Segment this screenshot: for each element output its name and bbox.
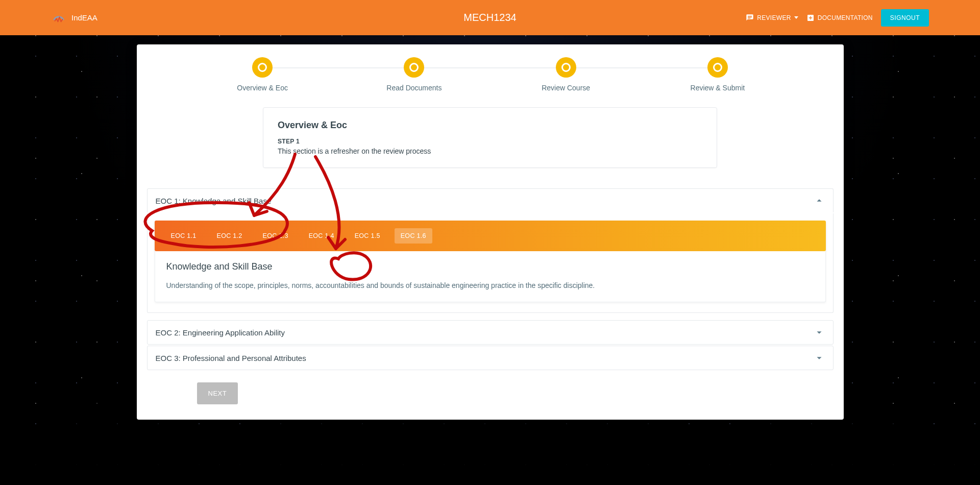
accordion-header-eoc-1[interactable]: EOC 1: Knowledge and Skill Base bbox=[147, 188, 834, 212]
app-header: IndEAA MECH1234 REVIEWER DOCUMENTATION S… bbox=[0, 0, 980, 35]
brand-name: IndEAA bbox=[71, 13, 97, 22]
overview-title: Overview & Eoc bbox=[278, 120, 702, 131]
chevron-down-icon bbox=[794, 16, 798, 19]
accordion-body-eoc-1: EOC 1.1 EOC 1.2 EOC 1.3 EOC 1.4 EOC 1.5 … bbox=[147, 213, 834, 313]
accordion-title: EOC 3: Professional and Personal Attribu… bbox=[156, 354, 306, 362]
step-overview[interactable]: Overview & Eoc bbox=[187, 57, 338, 92]
review-icon bbox=[746, 14, 754, 22]
reviewer-label: REVIEWER bbox=[757, 14, 791, 21]
tab-eoc-1-5[interactable]: EOC 1.5 bbox=[349, 228, 386, 244]
overview-step-label: STEP 1 bbox=[278, 138, 702, 145]
eoc-content-title: Knowledge and Skill Base bbox=[166, 261, 814, 272]
documentation-label: DOCUMENTATION bbox=[818, 14, 873, 21]
eoc-tabs: EOC 1.1 EOC 1.2 EOC 1.3 EOC 1.4 EOC 1.5 … bbox=[155, 221, 826, 251]
chevron-down-icon bbox=[814, 327, 825, 338]
accordion-header-eoc-3[interactable]: EOC 3: Professional and Personal Attribu… bbox=[147, 346, 834, 370]
header-right: REVIEWER DOCUMENTATION SIGNOUT bbox=[746, 9, 929, 27]
step-review-submit[interactable]: Review & Submit bbox=[642, 57, 793, 92]
chevron-down-icon bbox=[814, 352, 825, 363]
page-title: MECH1234 bbox=[463, 12, 516, 23]
accordion-title: EOC 2: Engineering Application Ability bbox=[156, 328, 285, 337]
eoc-content-description: Understanding of the scope, principles, … bbox=[166, 281, 814, 289]
accordion-eoc-2: EOC 2: Engineering Application Ability bbox=[147, 320, 834, 345]
next-button[interactable]: NEXT bbox=[197, 382, 238, 404]
eoc-content: Knowledge and Skill Base Understanding o… bbox=[155, 251, 826, 302]
stepper: Overview & Eoc Read Documents Review Cou… bbox=[187, 57, 794, 92]
chevron-up-icon bbox=[814, 195, 825, 206]
plus-box-icon bbox=[806, 14, 815, 22]
step-review-course[interactable]: Review Course bbox=[490, 57, 642, 92]
logo-icon bbox=[51, 10, 66, 26]
tab-eoc-1-2[interactable]: EOC 1.2 bbox=[211, 228, 249, 244]
brand[interactable]: IndEAA bbox=[51, 10, 97, 26]
accordion-header-eoc-2[interactable]: EOC 2: Engineering Application Ability bbox=[147, 320, 834, 345]
overview-box: Overview & Eoc STEP 1 This section is a … bbox=[263, 107, 717, 168]
reviewer-menu[interactable]: REVIEWER bbox=[746, 14, 798, 22]
tab-eoc-1-1[interactable]: EOC 1.1 bbox=[165, 228, 203, 244]
signout-button[interactable]: SIGNOUT bbox=[881, 9, 929, 27]
overview-description: This section is a refresher on the revie… bbox=[278, 147, 702, 155]
documentation-link[interactable]: DOCUMENTATION bbox=[806, 14, 873, 22]
step-circle-icon bbox=[707, 57, 728, 78]
step-circle-icon bbox=[556, 57, 576, 78]
accordion-eoc-3: EOC 3: Professional and Personal Attribu… bbox=[147, 346, 834, 370]
main-card: Overview & Eoc Read Documents Review Cou… bbox=[137, 44, 844, 420]
tab-eoc-1-4[interactable]: EOC 1.4 bbox=[303, 228, 340, 244]
accordion-eoc-1: EOC 1: Knowledge and Skill Base EOC 1.1 … bbox=[147, 188, 834, 313]
accordion-title: EOC 1: Knowledge and Skill Base bbox=[156, 197, 272, 205]
step-read-documents[interactable]: Read Documents bbox=[338, 57, 490, 92]
step-circle-icon bbox=[252, 57, 273, 78]
tab-eoc-1-3[interactable]: EOC 1.3 bbox=[257, 228, 295, 244]
step-circle-icon bbox=[404, 57, 424, 78]
tab-eoc-1-6[interactable]: EOC 1.6 bbox=[395, 228, 432, 244]
